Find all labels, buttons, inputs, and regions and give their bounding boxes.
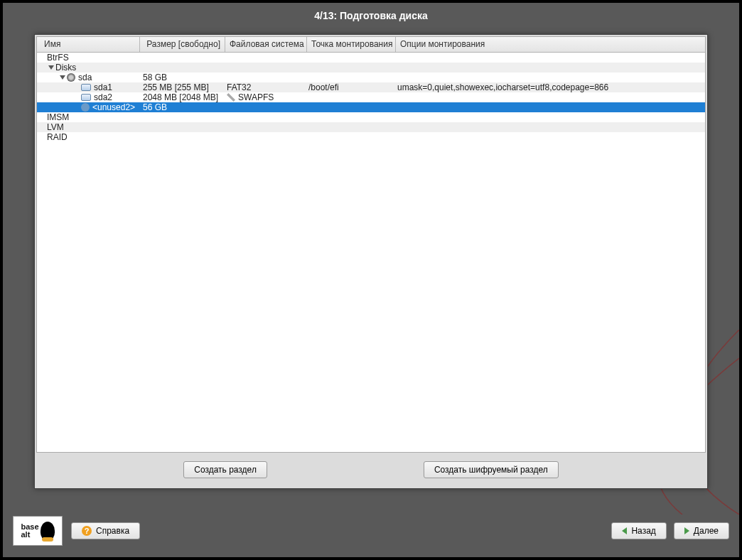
col-opts[interactable]: Опции монтирования (396, 37, 705, 52)
help-label: Справка (96, 526, 129, 536)
row-name: <unused2> (92, 102, 135, 112)
table-row[interactable]: RAID (37, 132, 705, 142)
partition-icon (81, 84, 91, 91)
row-name: sda2 (94, 92, 112, 102)
bottom-bar: base alt ? Справка Назад Далее (13, 516, 729, 546)
partition-table: Имя Размер [свободно] Файловая система Т… (36, 36, 706, 453)
table-row[interactable]: BtrFS (37, 53, 705, 63)
row-mount: /boot/efi (307, 82, 396, 92)
back-label: Назад (631, 526, 655, 536)
wrench-icon (227, 93, 235, 102)
table-row[interactable]: IMSM (37, 112, 705, 122)
row-name: BtrFS (47, 53, 69, 63)
penguin-icon (41, 522, 55, 540)
row-size: 2048 MB [2048 MB] (140, 92, 225, 102)
row-name: sda (78, 72, 92, 82)
table-row[interactable]: sda1255 MB [255 MB]FAT32/boot/efiumask=0… (37, 82, 705, 92)
table-header: Имя Размер [свободно] Файловая система Т… (37, 37, 705, 53)
basealt-logo: base alt (13, 516, 63, 546)
row-opts: umask=0,quiet,showexec,iocharset=utf8,co… (396, 82, 705, 92)
arrow-left-icon (622, 527, 627, 534)
row-name: Disks (55, 63, 76, 72)
partition-icon (81, 94, 91, 101)
create-partition-button[interactable]: Создать раздел (183, 461, 267, 478)
unused-icon (81, 103, 90, 112)
table-row[interactable]: <unused2>56 GB (37, 102, 705, 112)
row-size: 255 MB [255 MB] (140, 82, 225, 92)
next-label: Далее (694, 526, 719, 536)
row-size: 58 GB (140, 72, 225, 82)
help-button[interactable]: ? Справка (71, 522, 140, 539)
table-body: BtrFSDiskssda58 GBsda1255 MB [255 MB]FAT… (37, 53, 705, 142)
arrow-right-icon (684, 527, 689, 534)
create-encrypted-partition-button[interactable]: Создать шифруемый раздел (424, 461, 559, 478)
table-row[interactable]: sda22048 MB [2048 MB]SWAPFS (37, 92, 705, 102)
disk-icon (67, 73, 75, 82)
row-name: LVM (47, 122, 64, 132)
row-name: sda1 (94, 82, 112, 92)
table-row[interactable]: Disks (37, 63, 705, 72)
next-button[interactable]: Далее (674, 522, 729, 539)
row-name: RAID (47, 132, 68, 142)
row-fs: FAT32 (227, 82, 251, 92)
logo-line2: alt (21, 531, 38, 539)
title-text: 4/13: Подготовка диска (314, 10, 428, 21)
page-title: 4/13: Подготовка диска (3, 3, 739, 28)
help-icon: ? (82, 526, 92, 536)
table-row[interactable]: sda58 GB (37, 72, 705, 82)
expander-icon[interactable] (58, 75, 67, 80)
col-mount[interactable]: Точка монтирования (307, 37, 396, 52)
partition-panel: Имя Размер [свободно] Файловая система Т… (34, 34, 708, 489)
table-row[interactable]: LVM (37, 122, 705, 132)
col-size[interactable]: Размер [свободно] (140, 37, 225, 52)
action-buttons: Создать раздел Создать шифруемый раздел (35, 454, 707, 488)
row-fs: SWAPFS (238, 92, 274, 102)
row-size: 56 GB (140, 102, 225, 112)
expander-icon[interactable] (47, 65, 55, 70)
row-name: IMSM (47, 112, 69, 122)
col-fs[interactable]: Файловая система (225, 37, 307, 52)
col-name[interactable]: Имя (37, 37, 140, 52)
back-button[interactable]: Назад (611, 522, 666, 539)
